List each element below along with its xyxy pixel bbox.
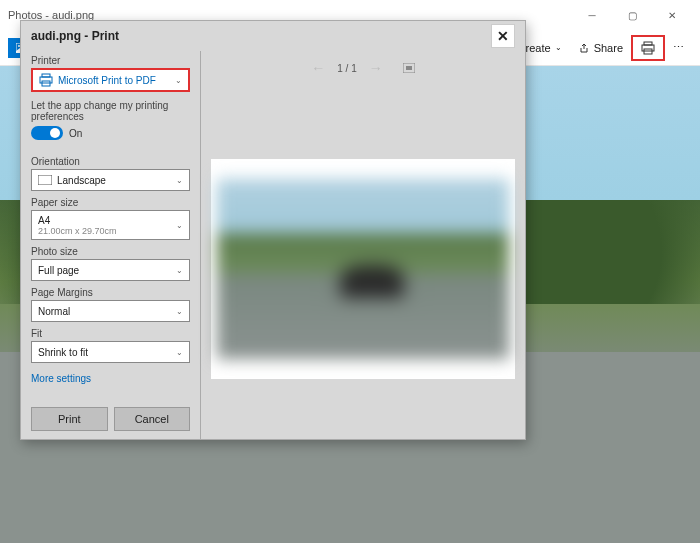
svg-rect-8 — [38, 175, 52, 185]
cancel-button[interactable]: Cancel — [114, 407, 191, 431]
dialog-title: audi.png - Print — [31, 29, 119, 43]
preview-image — [217, 179, 509, 359]
app-pref-toggle[interactable] — [31, 126, 63, 140]
margins-field: Page Margins Normal ⌄ — [31, 287, 190, 322]
chevron-down-icon: ⌄ — [555, 43, 562, 52]
maximize-button[interactable]: ▢ — [612, 0, 652, 30]
chevron-down-icon: ⌄ — [176, 176, 183, 185]
more-button[interactable]: ⋯ — [665, 37, 692, 58]
dialog-header: audi.png - Print ✕ — [21, 21, 525, 51]
printer-select[interactable]: Microsoft Print to PDF ⌄ — [31, 68, 190, 92]
print-settings-panel: Printer Microsoft Print to PDF ⌄ Let the… — [21, 51, 201, 439]
minimize-button[interactable]: ─ — [572, 0, 612, 30]
preview-nav: ← 1 / 1 → — [211, 57, 515, 79]
next-page-button[interactable]: → — [369, 60, 383, 76]
chevron-down-icon: ⌄ — [175, 76, 182, 85]
prev-page-button[interactable]: ← — [311, 60, 325, 76]
chevron-down-icon: ⌄ — [176, 266, 183, 275]
page-indicator: 1 / 1 — [337, 63, 356, 74]
fit-field: Fit Shrink to fit ⌄ — [31, 328, 190, 363]
photosize-field: Photo size Full page ⌄ — [31, 246, 190, 281]
chevron-down-icon: ⌄ — [176, 307, 183, 316]
orientation-select[interactable]: Landscape ⌄ — [31, 169, 190, 191]
papersize-select[interactable]: A4 21.00cm x 29.70cm ⌄ — [31, 210, 190, 240]
share-icon — [578, 42, 590, 54]
printer-label: Printer — [31, 55, 190, 66]
svg-rect-10 — [406, 66, 412, 70]
app-preferences: Let the app change my printing preferenc… — [31, 98, 190, 140]
margins-select[interactable]: Normal ⌄ — [31, 300, 190, 322]
window-controls: ─ ▢ ✕ — [572, 0, 692, 30]
orientation-field: Orientation Landscape ⌄ — [31, 156, 190, 191]
orientation-label: Orientation — [31, 156, 190, 167]
photos-app: Photos - audi.png ─ ▢ ✕ Se Edit & Create… — [0, 0, 700, 543]
photosize-label: Photo size — [31, 246, 190, 257]
fit-select[interactable]: Shrink to fit ⌄ — [31, 341, 190, 363]
chevron-down-icon: ⌄ — [176, 221, 183, 230]
fit-view-icon[interactable] — [403, 63, 415, 73]
preview-page — [211, 159, 515, 379]
papersize-field: Paper size A4 21.00cm x 29.70cm ⌄ — [31, 197, 190, 240]
photosize-select[interactable]: Full page ⌄ — [31, 259, 190, 281]
app-pref-text: Let the app change my printing preferenc… — [31, 100, 190, 122]
print-button[interactable] — [631, 35, 665, 61]
more-icon: ⋯ — [673, 41, 684, 54]
fit-label: Fit — [31, 328, 190, 339]
printer-field: Printer Microsoft Print to PDF ⌄ — [31, 55, 190, 92]
print-preview: ← 1 / 1 → — [201, 51, 525, 439]
chevron-down-icon: ⌄ — [176, 348, 183, 357]
print-dialog: audi.png - Print ✕ Printer Microsoft Pri… — [20, 20, 526, 440]
close-window-button[interactable]: ✕ — [652, 0, 692, 30]
share-button[interactable]: Share — [570, 38, 631, 58]
toggle-state-label: On — [69, 128, 82, 139]
more-settings-link[interactable]: More settings — [31, 373, 190, 384]
landscape-icon — [38, 173, 52, 187]
print-action-button[interactable]: Print — [31, 407, 108, 431]
printer-icon — [39, 73, 53, 87]
close-dialog-button[interactable]: ✕ — [491, 24, 515, 48]
margins-label: Page Margins — [31, 287, 190, 298]
print-icon — [641, 41, 655, 55]
papersize-label: Paper size — [31, 197, 190, 208]
